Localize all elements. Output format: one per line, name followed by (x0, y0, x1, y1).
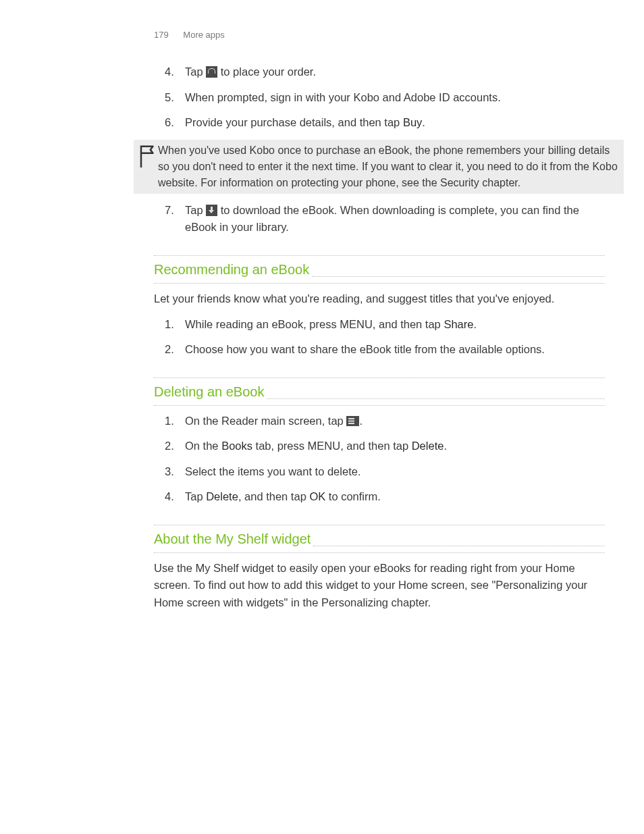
section-title: Recommending an eBook (154, 259, 312, 280)
recommending-steps: While reading an eBook, press MENU, and … (154, 316, 605, 359)
shop-icon (206, 66, 217, 78)
step-5: When prompted, sign in with your Kobo an… (185, 89, 605, 107)
section-recommending: Recommending an eBook (154, 255, 605, 284)
rec-step-2: Choose how you want to share the eBook t… (185, 341, 605, 359)
section-deleting: Deleting an eBook (154, 377, 605, 406)
section-myshelf: About the My Shelf widget (154, 525, 605, 553)
step-7: Tap to download the eBook. When download… (185, 202, 605, 236)
step-6: Provide your purchase details, and then … (185, 114, 605, 132)
del-step-3: Select the items you want to delete. (185, 463, 605, 481)
rec-step-1: While reading an eBook, press MENU, and … (185, 316, 605, 334)
deleting-steps: On the Reader main screen, tap . On the … (154, 413, 605, 506)
del-step-2: On the Books tab, press MENU, and then t… (185, 438, 605, 455)
page-header: 179 More apps (20, 28, 624, 42)
note-text: When you've used Kobo once to purchase a… (158, 142, 618, 191)
myshelf-body: Use the My Shelf widget to easily open y… (154, 560, 605, 612)
section-title: About the My Shelf widget (154, 529, 313, 550)
note-box: When you've used Kobo once to purchase a… (134, 140, 624, 194)
step-4: Tap to place your order. (185, 63, 605, 81)
order-steps-after-note: Tap to download the eBook. When download… (154, 202, 605, 236)
recommending-intro: Let your friends know what you're readin… (154, 290, 605, 308)
list-icon (346, 416, 359, 426)
order-steps-continued: Tap to place your order. When prompted, … (154, 63, 605, 132)
flag-icon (138, 142, 158, 176)
del-step-1: On the Reader main screen, tap . (185, 413, 605, 430)
section-name: More apps (183, 30, 224, 40)
page-number: 179 (154, 30, 169, 40)
del-step-4: Tap Delete, and then tap OK to confirm. (185, 488, 605, 506)
page-content: Tap to place your order. When prompted, … (20, 63, 624, 611)
section-title: Deleting an eBook (154, 382, 267, 402)
download-icon (206, 205, 217, 216)
